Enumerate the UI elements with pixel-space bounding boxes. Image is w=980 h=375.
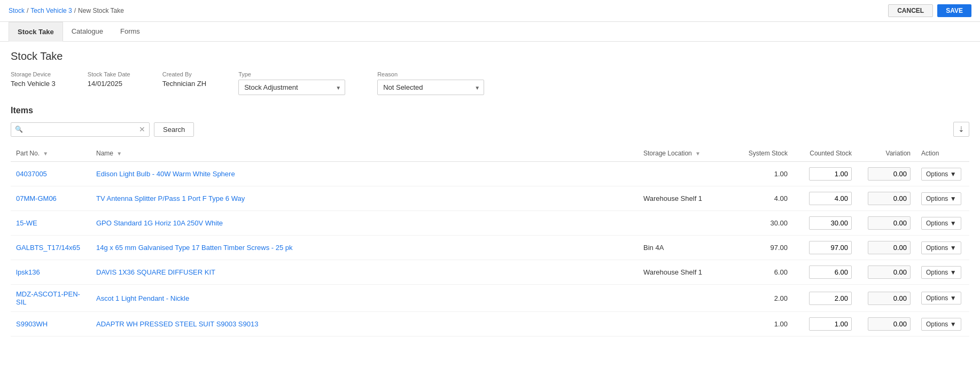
cell-action: Options ▼ (916, 236, 969, 260)
variation-input[interactable] (868, 317, 911, 331)
counted-stock-input[interactable] (809, 216, 852, 230)
cell-part-no: lpsk136 (11, 260, 91, 285)
download-button[interactable]: ⇣ (953, 122, 969, 137)
tab-forms[interactable]: Forms (112, 22, 149, 42)
cell-counted-stock (793, 285, 857, 312)
cell-storage-location (638, 285, 734, 312)
options-button[interactable]: Options ▼ (921, 241, 961, 254)
options-button[interactable]: Options ▼ (921, 318, 961, 331)
variation-input[interactable] (868, 167, 911, 181)
variation-input[interactable] (868, 265, 911, 279)
part-no-link[interactable]: 07MM-GM06 (16, 194, 57, 202)
th-storage-location[interactable]: Storage Location ▼ (638, 145, 734, 162)
breadcrumb-left: Stock / Tech Vehicle 3 / New Stock Take (9, 7, 124, 14)
cell-storage-location (638, 312, 734, 337)
tab-catalogue[interactable]: Catalogue (63, 22, 112, 42)
variation-input[interactable] (868, 192, 911, 205)
options-button[interactable]: Options ▼ (921, 266, 961, 279)
name-link[interactable]: 14g x 65 mm Galvanised Type 17 Batten Ti… (96, 244, 293, 252)
cell-variation (857, 211, 916, 236)
search-clear-icon[interactable]: ✕ (139, 125, 145, 134)
breadcrumb-bar: Stock / Tech Vehicle 3 / New Stock Take … (0, 0, 980, 22)
items-section-title: Items (11, 106, 969, 115)
th-counted-stock: Counted Stock (793, 145, 857, 162)
cell-counted-stock (793, 260, 857, 285)
cell-storage-location (638, 211, 734, 236)
cancel-button[interactable]: CANCEL (888, 4, 933, 17)
cell-counted-stock (793, 312, 857, 337)
tab-stock-take[interactable]: Stock Take (9, 22, 63, 42)
cell-name: Edison Light Bulb - 40W Warm White Spher… (91, 162, 638, 186)
variation-input[interactable] (868, 216, 911, 230)
cell-variation (857, 236, 916, 260)
reason-select[interactable]: Not Selected Damaged Lost Other (377, 80, 484, 95)
th-name[interactable]: Name ▼ (91, 145, 638, 162)
cell-counted-stock (793, 211, 857, 236)
breadcrumb-sep1: / (27, 7, 28, 14)
search-button[interactable]: Search (154, 122, 194, 137)
cell-system-stock: 1.00 (734, 162, 793, 186)
counted-stock-input[interactable] (809, 192, 852, 205)
counted-stock-input[interactable] (809, 292, 852, 305)
th-variation: Variation (857, 145, 916, 162)
cell-name: DAVIS 1X36 SQUARE DIFFUSER KIT (91, 260, 638, 285)
name-link[interactable]: Edison Light Bulb - 40W Warm White Spher… (96, 170, 235, 178)
cell-variation (857, 260, 916, 285)
options-button[interactable]: Options ▼ (921, 192, 961, 205)
stock-take-date-label: Stock Take Date (88, 71, 130, 77)
name-link[interactable]: Ascot 1 Light Pendant - Nickle (96, 294, 189, 302)
save-button[interactable]: SAVE (937, 4, 971, 17)
table-row: lpsk136 DAVIS 1X36 SQUARE DIFFUSER KIT W… (11, 260, 969, 285)
cell-action: Options ▼ (916, 285, 969, 312)
cell-system-stock: 4.00 (734, 186, 793, 211)
part-no-link[interactable]: 15-WE (16, 219, 37, 227)
table-row: MDZ-ASCOT1-PEN-SIL Ascot 1 Light Pendant… (11, 285, 969, 312)
variation-input[interactable] (868, 241, 911, 254)
cell-action: Options ▼ (916, 312, 969, 337)
cell-action: Options ▼ (916, 211, 969, 236)
reason-label: Reason (377, 71, 484, 77)
variation-input[interactable] (868, 292, 911, 305)
cell-action: Options ▼ (916, 186, 969, 211)
th-part-no[interactable]: Part No. ▼ (11, 145, 91, 162)
breadcrumb-vehicle-link[interactable]: Tech Vehicle 3 (30, 7, 72, 14)
cell-action: Options ▼ (916, 260, 969, 285)
storage-device-field: Storage Device Tech Vehicle 3 (11, 71, 56, 88)
part-no-link[interactable]: MDZ-ASCOT1-PEN-SIL (16, 290, 80, 306)
counted-stock-input[interactable] (809, 265, 852, 279)
counted-stock-input[interactable] (809, 167, 852, 181)
search-input-wrapper: 🔍 ✕ (11, 122, 150, 137)
th-system-stock: System Stock (734, 145, 793, 162)
options-button[interactable]: Options ▼ (921, 168, 961, 181)
cell-part-no: 15-WE (11, 211, 91, 236)
type-select[interactable]: Stock Adjustment Stock Count Write Off (238, 80, 345, 95)
counted-stock-input[interactable] (809, 241, 852, 254)
options-button[interactable]: Options ▼ (921, 292, 961, 304)
part-no-sort-icon: ▼ (43, 151, 48, 157)
page-content: Stock Take Storage Device Tech Vehicle 3… (0, 42, 980, 345)
name-link[interactable]: GPO Standard 1G Horiz 10A 250V White (96, 219, 223, 227)
part-no-link[interactable]: GALBTS_T17/14x65 (16, 244, 80, 252)
cell-system-stock: 30.00 (734, 211, 793, 236)
storage-sort-icon: ▼ (695, 151, 701, 157)
cell-part-no: MDZ-ASCOT1-PEN-SIL (11, 285, 91, 312)
options-button[interactable]: Options ▼ (921, 217, 961, 230)
name-link[interactable]: ADAPTR WH PRESSED STEEL SUIT S9003 S9013 (96, 320, 258, 328)
search-area: 🔍 ✕ Search ⇣ (11, 122, 969, 137)
part-no-link[interactable]: lpsk136 (16, 268, 40, 276)
name-link[interactable]: DAVIS 1X36 SQUARE DIFFUSER KIT (96, 268, 215, 276)
cell-storage-location: Warehouse Shelf 1 (638, 186, 734, 211)
name-link[interactable]: TV Antenna Splitter P/Pass 1 Port F Type… (96, 194, 245, 202)
th-action: Action (916, 145, 969, 162)
cell-part-no: S9903WH (11, 312, 91, 337)
counted-stock-input[interactable] (809, 317, 852, 331)
search-input[interactable] (11, 122, 150, 137)
cell-counted-stock (793, 236, 857, 260)
part-no-link[interactable]: 04037005 (16, 170, 47, 178)
cell-action: Options ▼ (916, 162, 969, 186)
breadcrumb-current: New Stock Take (78, 7, 124, 14)
cell-counted-stock (793, 186, 857, 211)
breadcrumb-stock-link[interactable]: Stock (9, 7, 25, 14)
part-no-link[interactable]: S9903WH (16, 320, 48, 328)
cell-system-stock: 97.00 (734, 236, 793, 260)
